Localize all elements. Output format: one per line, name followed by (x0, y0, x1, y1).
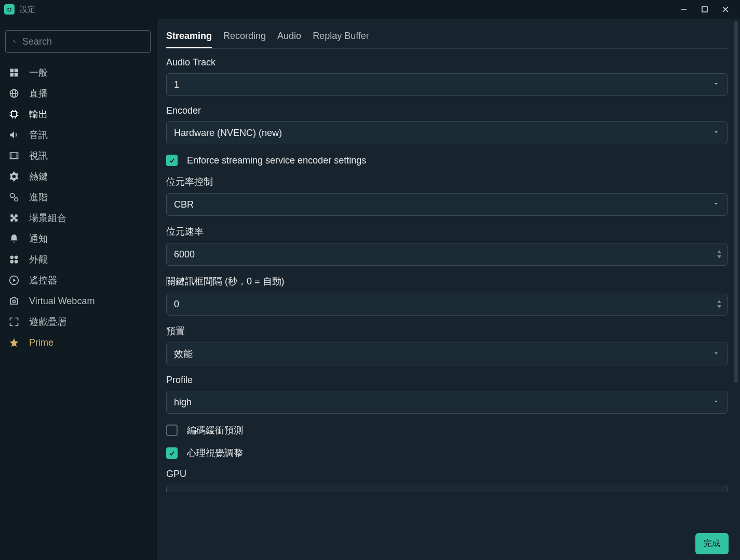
svg-rect-8 (10, 73, 14, 77)
search-box[interactable] (5, 30, 151, 53)
numeric-value: 6000 (174, 249, 195, 260)
expand-icon (7, 317, 21, 327)
search-icon (13, 37, 16, 46)
globe-icon (7, 88, 21, 99)
sidebar-item-label: 場景組合 (29, 212, 66, 224)
close-button[interactable] (715, 0, 736, 19)
profile-label: Profile (166, 375, 728, 386)
preset-label: 預置 (166, 325, 728, 337)
sidebar-item-webcam[interactable]: Virtual Webcam (5, 291, 151, 311)
search-input[interactable] (22, 36, 143, 47)
tab-label: Audio (277, 31, 301, 42)
tab-label: Recording (223, 31, 266, 42)
gpu-input-cutoff[interactable] (166, 485, 728, 492)
svg-point-1 (10, 8, 11, 9)
audio-track-select[interactable]: 1 (166, 73, 728, 96)
sidebar-item-label: 一般 (29, 66, 48, 79)
maximize-button[interactable] (694, 0, 715, 19)
sidebar: 一般 直播 輸出 音訊 視訊 熱鍵 進階 場景組合 (0, 19, 157, 560)
sidebar-item-label: 遙控器 (29, 274, 57, 286)
bitrate-label: 位元速率 (166, 225, 728, 238)
sidebar-item-notify[interactable]: 通知 (5, 228, 151, 249)
tab-streaming[interactable]: Streaming (166, 25, 212, 48)
sidebar-item-hotkeys[interactable]: 熱鍵 (5, 166, 151, 187)
rate-control-label: 位元率控制 (166, 175, 728, 188)
psycho-checkbox-row[interactable]: 心理視覺調整 (166, 447, 728, 459)
tab-label: Replay Buffer (313, 31, 369, 42)
svg-point-26 (15, 198, 18, 201)
chevron-up-icon (717, 299, 722, 304)
scrollbar[interactable] (734, 21, 738, 524)
palette-icon (7, 254, 21, 265)
select-value: high (174, 397, 192, 408)
puzzle-icon (7, 213, 21, 223)
select-value: 效能 (174, 348, 193, 360)
tabs: Streaming Recording Audio Replay Buffer (166, 25, 728, 49)
enforce-checkbox-row[interactable]: Enforce streaming service encoder settin… (166, 155, 728, 166)
gear-icon (7, 171, 21, 182)
chevron-down-icon (712, 199, 720, 210)
svg-rect-3 (702, 7, 707, 12)
sidebar-item-label: 外觀 (29, 253, 48, 266)
encoder-select[interactable]: Hardware (NVENC) (new) (166, 121, 728, 144)
sidebar-item-overlay[interactable]: 遊戲疊層 (5, 311, 151, 332)
checkbox-checked-icon (166, 447, 178, 459)
select-value: Hardware (NVENC) (new) (174, 128, 282, 139)
app-icon (4, 4, 15, 15)
profile-select[interactable]: high (166, 391, 728, 414)
svg-rect-6 (10, 69, 14, 73)
chevron-up-icon (717, 250, 722, 254)
sidebar-item-label: 進階 (29, 191, 48, 203)
checkbox-checked-icon (166, 155, 178, 166)
sidebar-item-remote[interactable]: 遙控器 (5, 270, 151, 291)
chevron-down-icon (712, 349, 720, 360)
svg-rect-9 (15, 73, 18, 77)
svg-point-30 (15, 260, 18, 264)
sidebar-item-prime[interactable]: Prime (5, 332, 151, 353)
checkbox-label: 編碼緩衝預測 (187, 424, 243, 436)
svg-rect-22 (10, 153, 18, 159)
checkbox-label: Enforce streaming service encoder settin… (187, 155, 366, 166)
rate-control-select[interactable]: CBR (166, 193, 728, 216)
svg-point-0 (7, 8, 9, 9)
sidebar-item-label: 通知 (29, 233, 48, 245)
tab-audio[interactable]: Audio (277, 25, 301, 48)
scrollbar-thumb[interactable] (734, 21, 738, 383)
sidebar-item-general[interactable]: 一般 (5, 62, 151, 83)
sidebar-item-stream[interactable]: 直播 (5, 83, 151, 104)
bitrate-input[interactable]: 6000 (166, 243, 728, 266)
window-title: 設定 (20, 5, 35, 15)
sidebar-item-label: 視訊 (29, 149, 48, 162)
sidebar-item-label: 遊戲疊層 (29, 316, 66, 328)
tab-recording[interactable]: Recording (223, 25, 266, 48)
tab-replay-buffer[interactable]: Replay Buffer (313, 25, 369, 48)
spinner-buttons[interactable] (717, 299, 722, 309)
done-button[interactable]: 完成 (695, 533, 729, 554)
encoder-label: Encoder (166, 105, 728, 116)
sidebar-item-audio[interactable]: 音訊 (5, 125, 151, 145)
sidebar-item-video[interactable]: 視訊 (5, 145, 151, 166)
sidebar-item-label: 輸出 (29, 108, 48, 120)
preset-select[interactable]: 效能 (166, 343, 728, 365)
chip-icon (7, 109, 21, 119)
gears-icon (7, 192, 21, 202)
chevron-down-icon (712, 79, 720, 90)
keyframe-input[interactable]: 0 (166, 293, 728, 316)
play-icon (7, 275, 21, 285)
content-panel: Streaming Recording Audio Replay Buffer … (157, 19, 740, 527)
button-label: 完成 (704, 539, 720, 548)
sidebar-item-appearance[interactable]: 外觀 (5, 249, 151, 270)
chevron-down-icon (717, 255, 722, 259)
camera-icon (7, 296, 21, 306)
svg-rect-13 (11, 112, 17, 117)
sidebar-item-output[interactable]: 輸出 (5, 104, 151, 125)
lookahead-checkbox-row[interactable]: 編碼緩衝預測 (166, 424, 728, 436)
minimize-button[interactable] (674, 0, 694, 19)
spinner-buttons[interactable] (717, 250, 722, 259)
chevron-down-icon (712, 397, 720, 408)
gpu-label: GPU (166, 469, 728, 480)
sidebar-item-label: Prime (29, 337, 53, 348)
sidebar-item-advanced[interactable]: 進階 (5, 187, 151, 208)
chevron-down-icon (712, 128, 720, 139)
sidebar-item-scenes[interactable]: 場景組合 (5, 208, 151, 228)
